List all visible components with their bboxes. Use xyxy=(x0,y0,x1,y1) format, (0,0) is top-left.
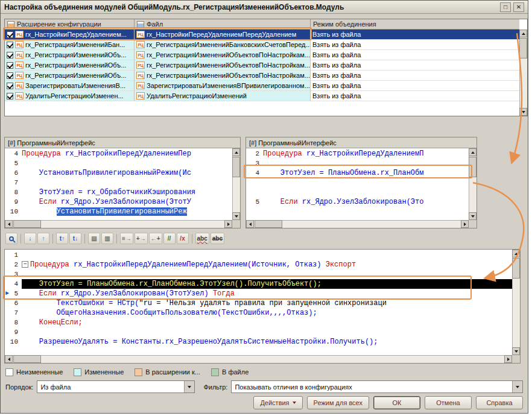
merge-mode-cell[interactable]: Взять из файла xyxy=(311,40,519,50)
scroll-down-button[interactable] xyxy=(469,212,477,220)
scroll-right-button[interactable] xyxy=(224,220,232,228)
column-header-merge-mode[interactable]: Режим объединения xyxy=(311,19,519,29)
code-line[interactable] xyxy=(263,159,469,168)
merge-mode-cell[interactable]: Взять из файла xyxy=(311,60,519,71)
extension-panel-header[interactable]: [#] ПрограммныйИнтерфейс xyxy=(5,137,240,148)
scrollbar-thumb[interactable] xyxy=(255,220,282,228)
code-line[interactable]: Процедура rx_НастройкиПередУдалениемП xyxy=(263,149,469,159)
scrollbar-thumb[interactable] xyxy=(13,355,41,363)
vertical-scrollbar[interactable] xyxy=(232,148,240,220)
merge-mode-cell[interactable]: Взять из файла xyxy=(311,91,519,101)
code-line[interactable]: ЭтотУзел = ПланыОбмена.rx_ПланОбм xyxy=(263,168,469,178)
scroll-right-button[interactable] xyxy=(461,220,469,228)
table-row[interactable]: РЦrx_РегистрацияИзмененийОбъ...РЦrx_Реги… xyxy=(5,71,519,81)
code-line[interactable]: ТекстОшибки = НСтр("ru = 'Нельзя удалять… xyxy=(22,298,512,308)
code-line[interactable]: ОбщегоНазначения.СообщитьПользователю(Те… xyxy=(22,308,512,318)
code-line[interactable] xyxy=(22,269,512,279)
prev-procedure-icon[interactable]: t↓ xyxy=(69,233,81,244)
code-area[interactable]: 12345►678910 −Процедура rx_НастройкиПере… xyxy=(5,250,520,363)
code-line[interactable] xyxy=(263,178,469,188)
actions-button[interactable]: Действия xyxy=(253,396,302,409)
help-button[interactable]: Справка xyxy=(476,396,523,409)
scroll-down-button[interactable] xyxy=(519,108,527,116)
code-line[interactable]: Процедура rx_НастройкиПередУдалениемПер xyxy=(22,149,232,159)
merge-mode-cell[interactable]: Взять из файла xyxy=(311,50,519,60)
code-line[interactable] xyxy=(22,327,512,337)
column-header-extension[interactable]: Расширение конфигурации xyxy=(5,19,135,29)
horizontal-scrollbar[interactable] xyxy=(246,220,469,228)
row-checkbox[interactable] xyxy=(7,62,13,69)
scroll-up-button[interactable] xyxy=(519,30,527,37)
vertical-scrollbar[interactable] xyxy=(512,250,520,355)
merge-mode-cell[interactable]: Взять из файла xyxy=(311,71,519,81)
scroll-up-button[interactable] xyxy=(512,250,520,257)
column-header-file[interactable]: Файл xyxy=(135,19,311,29)
row-checkbox[interactable] xyxy=(7,42,13,48)
table-row[interactable]: РЦУдалитьРегистрациюИзменен...РЦУдалитьР… xyxy=(5,91,519,101)
code-line[interactable] xyxy=(22,250,512,260)
titlebar[interactable]: Настройка объединения модулей ОбщийМодул… xyxy=(1,1,528,14)
remove-indent-icon[interactable]: ←+ xyxy=(149,233,162,244)
code-line[interactable]: Если rx_Ядро.УзелЗаблокирован(Это xyxy=(263,197,469,207)
filter-select[interactable]: Показывать отличия в конфигурациях xyxy=(231,380,523,393)
dropdown-button[interactable] xyxy=(184,381,194,392)
find-icon[interactable] xyxy=(5,233,17,244)
code-line[interactable]: УстановитьПривилегированныйРежим(Ис xyxy=(22,168,232,178)
scroll-down-button[interactable] xyxy=(232,212,240,220)
horizontal-scrollbar[interactable] xyxy=(5,355,512,363)
vertical-scrollbar[interactable] xyxy=(469,148,477,220)
scroll-left-button[interactable] xyxy=(246,220,254,228)
scrollbar-thumb[interactable] xyxy=(519,38,527,58)
code-line[interactable]: Если rx_Ядро.УзелЗаблокирован(ЭтотУ xyxy=(22,197,232,207)
table-row[interactable]: РЦЗарегистрироватьИзмененияВ...РЦЗарегис… xyxy=(5,81,519,91)
strike-text-icon[interactable]: abc xyxy=(211,233,224,244)
code-line[interactable] xyxy=(22,159,232,168)
spellcheck-icon[interactable]: abc xyxy=(195,233,209,244)
next-procedure-icon[interactable]: t↑ xyxy=(56,233,68,244)
next-difference-icon[interactable]: ↓ xyxy=(24,233,36,244)
order-select[interactable]: Из файла xyxy=(37,380,195,393)
close-button[interactable]: ✕ xyxy=(513,2,524,12)
maximize-button[interactable]: □ xyxy=(500,2,511,12)
table-row[interactable]: РЦrx_НастройкиПередУдалением...РЦrx_Наст… xyxy=(5,30,519,40)
table-vertical-scrollbar[interactable] xyxy=(519,30,527,116)
file-panel-header[interactable]: [#] ПрограммныйИнтерфейс xyxy=(246,137,477,148)
scroll-left-button[interactable] xyxy=(5,355,13,363)
code-line[interactable]: −Процедура rx_НастройкиПередУдалениемПер… xyxy=(22,260,512,269)
scrollbar-thumb[interactable] xyxy=(469,157,477,177)
table-row[interactable]: РЦrx_РегистрацияИзмененийОбъ...РЦrx_Реги… xyxy=(5,50,519,60)
cancel-button[interactable]: Отмена xyxy=(425,396,472,409)
scrollbar-thumb[interactable] xyxy=(232,157,240,177)
indent-icon[interactable]: ≡→ xyxy=(120,233,133,244)
code-area[interactable]: 45678910 Процедура rx_НастройкиПередУдал… xyxy=(5,148,240,228)
ok-button[interactable]: ОК xyxy=(373,396,420,409)
code-line[interactable]: ЭтотУзел = ПланыОбмена.rx_ПланОбмена.Это… xyxy=(22,279,512,289)
table-row[interactable]: РЦrx_РегистрацияИзмененийБан...РЦrx_Реги… xyxy=(5,40,519,50)
scroll-down-button[interactable] xyxy=(512,347,520,355)
scrollbar-thumb[interactable] xyxy=(512,258,520,279)
copy-all-icon[interactable]: ▥ xyxy=(101,233,113,244)
code-line[interactable]: ЭтотУзел = rx_ОбработчикиКэширования xyxy=(22,188,232,197)
scroll-up-button[interactable] xyxy=(469,148,477,156)
row-checkbox[interactable] xyxy=(7,52,13,58)
fold-collapse-icon[interactable]: − xyxy=(22,261,28,268)
code-line[interactable]: КонецЕсли; xyxy=(22,318,512,327)
code-line[interactable] xyxy=(22,178,232,188)
code-line[interactable] xyxy=(263,188,469,197)
scroll-up-button[interactable] xyxy=(232,148,240,156)
comment-icon[interactable]: // xyxy=(163,233,176,244)
merge-mode-cell[interactable]: Взять из файла xyxy=(311,30,519,40)
code-line[interactable]: УстановитьПривилегированныйРеж xyxy=(22,207,232,216)
prev-difference-icon[interactable]: ↑ xyxy=(37,233,49,244)
scrollbar-thumb[interactable] xyxy=(13,220,41,228)
scroll-left-button[interactable] xyxy=(5,220,13,228)
dropdown-button[interactable] xyxy=(512,381,522,392)
merge-mode-cell[interactable]: Взять из файла xyxy=(311,81,519,91)
add-indent-icon[interactable]: +→ xyxy=(135,233,148,244)
horizontal-scrollbar[interactable] xyxy=(5,220,232,228)
scroll-right-button[interactable] xyxy=(504,355,512,363)
row-checkbox[interactable] xyxy=(7,83,13,89)
copy-block-icon[interactable]: ▤ xyxy=(88,233,100,244)
row-checkbox[interactable] xyxy=(7,31,13,38)
uncomment-icon[interactable]: /x xyxy=(177,233,189,244)
